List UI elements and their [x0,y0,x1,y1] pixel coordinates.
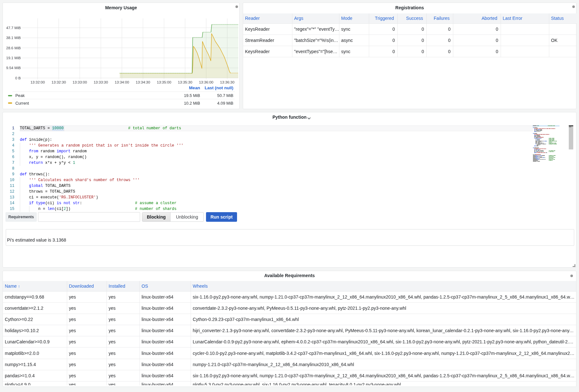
svg-text:13:33:30: 13:33:30 [94,80,108,84]
svg-text:13:36:00: 13:36:00 [199,80,213,84]
svg-text:28.6 MiB: 28.6 MiB [6,46,21,50]
svg-text:13:33:00: 13:33:00 [73,80,87,84]
svg-text:13:34:30: 13:34:30 [136,80,150,84]
svg-text:13:36:30: 13:36:30 [220,80,234,84]
svg-text:13:35:00: 13:35:00 [157,80,171,84]
svg-text:13:34:00: 13:34:00 [115,80,129,84]
svg-text:13:32:30: 13:32:30 [52,80,66,84]
svg-text:38.1 MiB: 38.1 MiB [6,36,21,40]
svg-text:0 B: 0 B [15,76,21,80]
svg-text:9.54 MiB: 9.54 MiB [6,66,21,70]
svg-text:47.7 MiB: 47.7 MiB [6,26,21,30]
svg-text:19.1 MiB: 19.1 MiB [6,56,21,60]
svg-text:13:35:30: 13:35:30 [178,80,192,84]
svg-text:13:32:00: 13:32:00 [30,80,45,84]
